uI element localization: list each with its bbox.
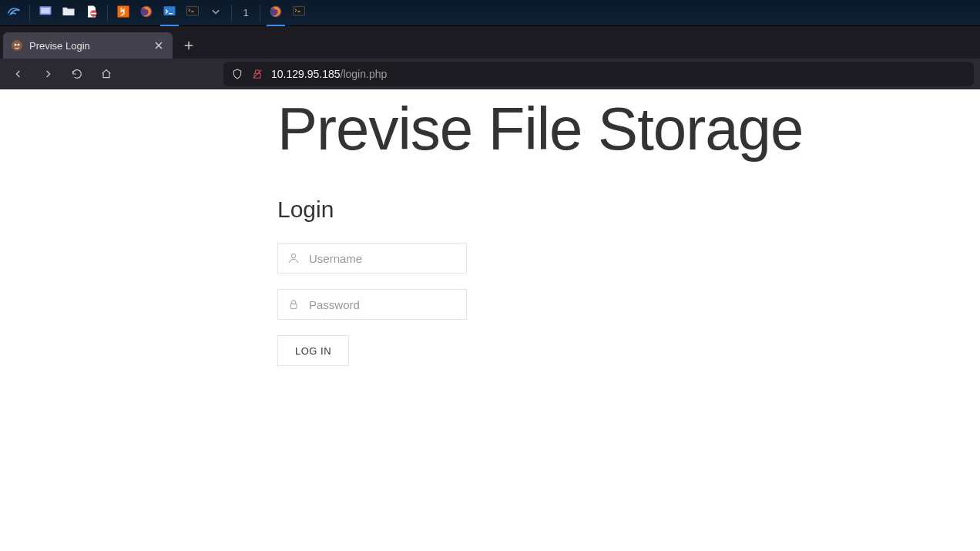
home-button[interactable] (94, 62, 119, 86)
lock-icon (278, 298, 309, 311)
taskbar-separator (107, 5, 108, 22)
svg-point-10 (12, 40, 22, 51)
svg-point-12 (18, 44, 20, 46)
tab-close-icon[interactable] (153, 39, 165, 52)
url-domain: 10.129.95.185 (271, 68, 341, 80)
page-viewport: Previse File Storage Login LOG IN (0, 89, 980, 551)
user-icon (278, 252, 309, 264)
password-input[interactable] (309, 290, 466, 319)
chevron-down-icon[interactable] (205, 2, 227, 24)
taskbar-separator (231, 5, 232, 22)
text-editor-icon[interactable] (81, 2, 102, 24)
tab-favicon-icon (11, 39, 23, 52)
login-form: LOG IN (277, 243, 467, 366)
svg-rect-7 (187, 6, 199, 15)
svg-point-11 (15, 44, 17, 46)
taskbar-separator (260, 5, 260, 22)
terminal-dark-icon[interactable] (182, 2, 203, 24)
login-button[interactable]: LOG IN (277, 335, 349, 366)
svg-rect-9 (294, 6, 305, 15)
workspace-indicator[interactable]: 1 (237, 7, 255, 18)
svg-point-15 (291, 254, 295, 258)
reload-button[interactable] (65, 62, 89, 86)
page-subtitle: Login (277, 197, 980, 223)
svg-rect-1 (41, 8, 50, 14)
browser-toolbar: 10.129.95.185/login.php (0, 59, 980, 89)
browser-tabstrip: Previse Login (0, 26, 980, 59)
username-input[interactable] (309, 244, 466, 273)
url-path: /login.php (341, 68, 388, 80)
password-field-wrapper (277, 289, 467, 320)
browser-tab[interactable]: Previse Login (3, 32, 173, 59)
username-field-wrapper (277, 243, 467, 274)
url-bar[interactable]: 10.129.95.185/login.php (223, 62, 974, 86)
running-firefox-icon[interactable] (265, 2, 287, 24)
new-tab-button[interactable] (177, 34, 200, 57)
firefox-taskbar-icon[interactable] (136, 2, 157, 24)
back-button[interactable] (6, 62, 31, 86)
forward-button[interactable] (35, 62, 60, 86)
burp-icon[interactable] (112, 2, 134, 24)
running-terminal-icon[interactable] (288, 2, 310, 24)
desktop-icon[interactable] (35, 2, 56, 24)
os-taskbar: 1 (0, 0, 980, 26)
terminal-blue-icon[interactable] (159, 2, 180, 24)
tab-title: Previse Login (29, 40, 146, 52)
svg-rect-3 (91, 12, 96, 14)
svg-rect-6 (164, 6, 176, 15)
page-title: Previse File Storage (277, 94, 980, 164)
kali-menu-icon[interactable] (3, 2, 25, 24)
insecure-lock-icon[interactable] (251, 68, 263, 80)
taskbar-separator (29, 5, 30, 22)
svg-rect-16 (290, 304, 297, 308)
tracking-shield-icon[interactable] (231, 68, 243, 80)
url-text: 10.129.95.185/login.php (271, 68, 387, 80)
file-manager-icon[interactable] (58, 2, 79, 24)
